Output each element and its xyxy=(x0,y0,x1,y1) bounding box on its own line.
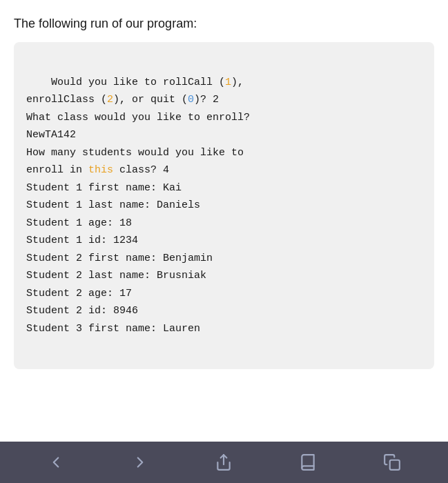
code-line-1: Would you like to rollCall (1),enrollCla… xyxy=(26,77,250,335)
number-1: 1 xyxy=(225,77,231,88)
code-block: Would you like to rollCall (1),enrollCla… xyxy=(14,42,434,369)
forward-button[interactable] xyxy=(125,447,155,477)
bottom-navigation-bar xyxy=(0,442,448,483)
main-content: The following run of our program: Would … xyxy=(0,0,448,442)
keyword-this: this xyxy=(88,164,113,176)
back-button[interactable] xyxy=(41,447,71,477)
intro-text: The following run of our program: xyxy=(14,17,434,31)
reader-button[interactable] xyxy=(293,447,323,477)
svg-rect-1 xyxy=(390,460,400,470)
number-2: 2 xyxy=(107,94,113,106)
number-0: 0 xyxy=(188,94,194,106)
share-button[interactable] xyxy=(208,447,239,477)
copy-button[interactable] xyxy=(377,447,407,477)
